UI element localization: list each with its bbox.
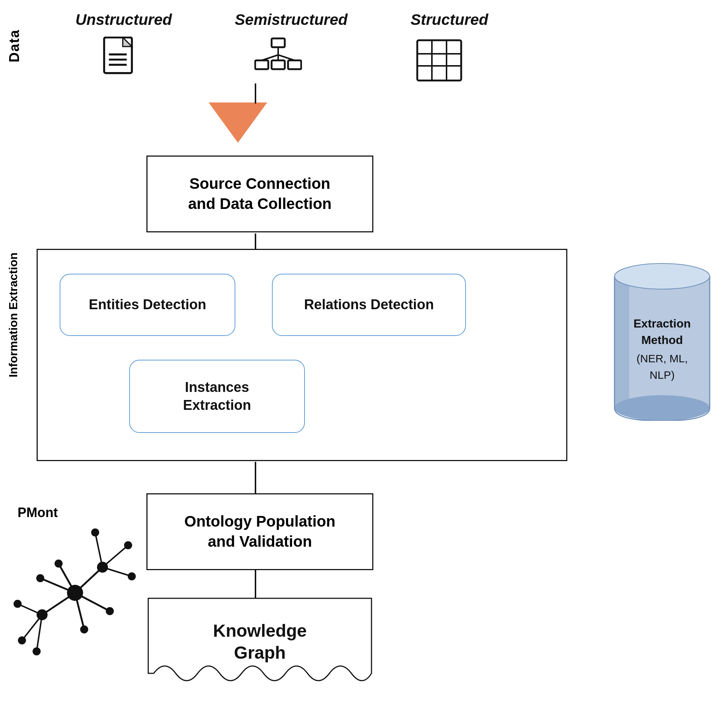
connector-source-to-info <box>255 234 256 251</box>
extraction-method-cylinder: Extraction Method (NER, ML, NLP) <box>611 256 714 421</box>
structured-label: Structured <box>411 11 488 29</box>
hierarchy-icon <box>254 37 302 84</box>
svg-text:NLP): NLP) <box>650 369 675 381</box>
relations-detection-box: Relations Detection <box>272 274 466 336</box>
relations-detection-text: Relations Detection <box>304 296 434 314</box>
table-icon <box>415 37 463 84</box>
svg-line-42 <box>103 567 132 576</box>
data-section-label: Data <box>7 29 22 62</box>
svg-line-32 <box>42 593 75 615</box>
svg-rect-10 <box>255 61 268 69</box>
svg-rect-5 <box>272 38 285 47</box>
connector-ontology-to-knowledge <box>255 570 256 598</box>
svg-text:Extraction: Extraction <box>634 317 690 330</box>
svg-point-51 <box>55 560 63 568</box>
svg-point-53 <box>36 574 44 582</box>
top-labels-row: Unstructured Semistructured Structured <box>44 11 520 29</box>
svg-text:Knowledge: Knowledge <box>213 621 307 641</box>
svg-point-46 <box>33 647 40 655</box>
svg-line-37 <box>40 578 75 593</box>
instances-extraction-box: InstancesExtraction <box>129 360 305 433</box>
svg-rect-20 <box>615 276 629 408</box>
ontology-population-text: Ontology Populationand Validation <box>185 512 336 551</box>
document-icon <box>101 37 141 84</box>
entities-detection-box: Entities Detection <box>60 274 235 336</box>
source-connection-box: Source Connectionand Data Collection <box>146 156 373 232</box>
entities-detection-text: Entities Detection <box>89 296 207 314</box>
svg-rect-11 <box>272 61 285 69</box>
svg-point-21 <box>615 395 710 421</box>
ontology-population-box: Ontology Populationand Validation <box>146 493 373 570</box>
svg-point-52 <box>80 625 88 633</box>
svg-line-39 <box>17 604 42 615</box>
svg-point-45 <box>13 600 22 608</box>
pmont-network <box>11 509 139 662</box>
svg-point-22 <box>615 264 710 289</box>
svg-point-47 <box>124 541 132 549</box>
instances-extraction-text: InstancesExtraction <box>183 378 251 415</box>
information-extraction-box: Entities Detection Relations Detection I… <box>37 249 567 461</box>
chevron-icon <box>209 102 267 143</box>
svg-point-50 <box>106 607 114 615</box>
svg-line-34 <box>75 593 110 611</box>
svg-point-49 <box>91 528 99 537</box>
svg-point-48 <box>128 572 136 580</box>
svg-text:Graph: Graph <box>234 643 286 662</box>
unstructured-label: Unstructured <box>75 11 172 29</box>
connector-info-to-ontology <box>255 462 256 495</box>
source-connection-text: Source Connectionand Data Collection <box>188 174 332 214</box>
svg-rect-13 <box>417 40 461 81</box>
svg-rect-12 <box>288 61 301 69</box>
svg-marker-18 <box>209 102 267 143</box>
diagram-container: Data Unstructured Semistructured Structu… <box>0 0 728 707</box>
knowledge-graph-box-wrapper: Knowledge Graph <box>146 596 373 692</box>
svg-line-33 <box>75 567 103 593</box>
svg-point-44 <box>18 636 26 644</box>
svg-text:Method: Method <box>641 333 683 346</box>
icons-row <box>44 37 520 84</box>
connector-icons-to-chevron <box>255 84 256 104</box>
semistructured-label: Semistructured <box>235 11 348 29</box>
svg-line-43 <box>95 532 103 567</box>
svg-line-41 <box>103 545 128 567</box>
info-extraction-label: Information Extraction <box>7 252 20 377</box>
svg-text:(NER, ML,: (NER, ML, <box>637 352 688 365</box>
